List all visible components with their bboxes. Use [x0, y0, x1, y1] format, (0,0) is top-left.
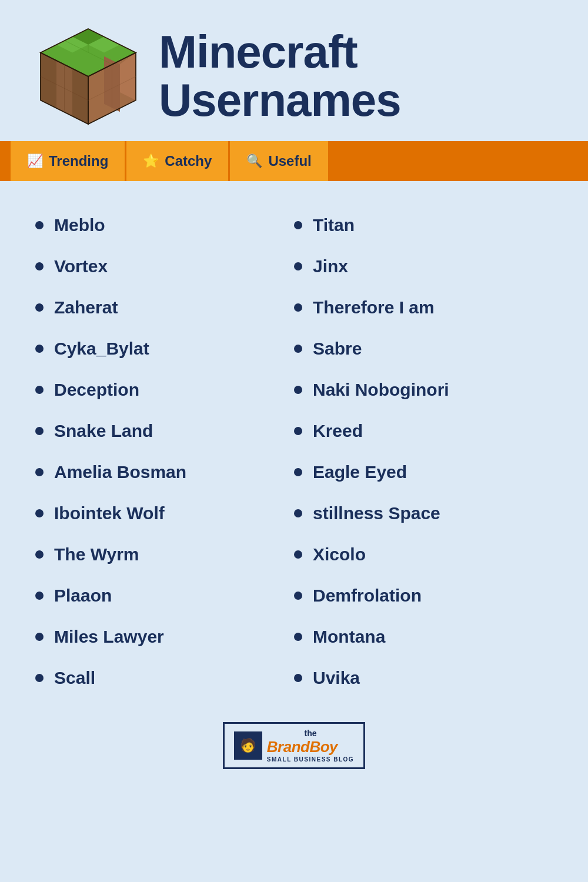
- brand-name: BrandBoy: [267, 738, 354, 756]
- username-text: Titan: [313, 215, 355, 235]
- list-item: Therefore I am: [294, 287, 553, 328]
- bullet-icon: [35, 550, 44, 559]
- username-text: Jinx: [313, 256, 348, 276]
- list-item: Amelia Bosman: [35, 452, 294, 493]
- username-text: The Wyrm: [54, 544, 139, 564]
- list-item: Jinx: [294, 246, 553, 287]
- bullet-icon: [294, 221, 302, 229]
- list-item: Eagle Eyed: [294, 452, 553, 493]
- title-section: Minecraft Usernames: [159, 28, 401, 125]
- username-text: Ibointek Wolf: [54, 503, 165, 523]
- bullet-icon: [294, 592, 302, 600]
- bullet-icon: [294, 509, 302, 517]
- bullet-icon: [294, 550, 302, 559]
- username-text: stillness Space: [313, 503, 440, 523]
- username-text: Kreed: [313, 421, 363, 441]
- list-item: Meblo: [35, 205, 294, 246]
- username-text: Cyka_Bylat: [54, 339, 149, 359]
- catchy-icon: ⭐: [143, 153, 159, 169]
- username-text: Miles Lawyer: [54, 627, 164, 647]
- username-text: Scall: [54, 668, 95, 688]
- bullet-icon: [294, 633, 302, 641]
- tab-trending-label: Trending: [49, 153, 108, 169]
- list-item: The Wyrm: [35, 534, 294, 575]
- page-title: Minecraft Usernames: [159, 28, 401, 125]
- username-text: Therefore I am: [313, 298, 435, 318]
- useful-icon: 🔍: [246, 153, 262, 169]
- brand-the-text: the: [267, 729, 354, 738]
- bullet-icon: [35, 345, 44, 353]
- username-text: Eagle Eyed: [313, 462, 407, 482]
- brand-logo: 🧑 the BrandBoy SMALL BUSINESS BLOG: [223, 722, 365, 769]
- username-text: Xicolo: [313, 544, 366, 564]
- list-item: Kreed: [294, 410, 553, 452]
- bullet-icon: [294, 262, 302, 270]
- list-item: Miles Lawyer: [35, 616, 294, 657]
- username-text: Demfrolation: [313, 586, 422, 606]
- list-item: Deception: [35, 369, 294, 410]
- list-item: Titan: [294, 205, 553, 246]
- bullet-icon: [35, 509, 44, 517]
- tab-catchy-label: Catchy: [165, 153, 212, 169]
- brand-mascot-icon: 🧑: [240, 738, 256, 753]
- bullet-icon: [294, 345, 302, 353]
- brand-tagline: SMALL BUSINESS BLOG: [267, 756, 354, 763]
- right-column: TitanJinxTherefore I amSabreNaki Nobogin…: [294, 205, 553, 699]
- list-item: Montana: [294, 616, 553, 657]
- bullet-icon: [35, 427, 44, 435]
- tab-bar: 📈 Trending ⭐ Catchy 🔍 Useful: [0, 141, 588, 181]
- minecraft-block-icon: [35, 24, 141, 129]
- bullet-icon: [35, 221, 44, 229]
- username-text: Zaherat: [54, 298, 118, 318]
- username-text: Snake Land: [54, 421, 153, 441]
- username-grid: MebloVortexZaheratCyka_BylatDeceptionSna…: [0, 187, 588, 710]
- bullet-icon: [294, 386, 302, 394]
- brand-text: the BrandBoy SMALL BUSINESS BLOG: [267, 729, 354, 763]
- bullet-icon: [35, 303, 44, 312]
- bullet-icon: [35, 633, 44, 641]
- footer: 🧑 the BrandBoy SMALL BUSINESS BLOG: [223, 722, 365, 769]
- username-text: Sabre: [313, 339, 362, 359]
- left-column: MebloVortexZaheratCyka_BylatDeceptionSna…: [35, 205, 294, 699]
- bullet-icon: [35, 468, 44, 476]
- username-text: Naki Noboginori: [313, 380, 449, 400]
- list-item: Xicolo: [294, 534, 553, 575]
- tab-trending[interactable]: 📈 Trending: [11, 141, 126, 181]
- username-text: Amelia Bosman: [54, 462, 186, 482]
- list-item: Uvika: [294, 657, 553, 699]
- brand-name-italic: Boy: [309, 738, 338, 756]
- bullet-icon: [294, 427, 302, 435]
- trending-icon: 📈: [27, 153, 43, 169]
- bullet-icon: [294, 674, 302, 682]
- list-item: Demfrolation: [294, 575, 553, 616]
- list-item: Ibointek Wolf: [35, 493, 294, 534]
- tab-useful[interactable]: 🔍 Useful: [230, 141, 329, 181]
- header-section: Minecraft Usernames: [0, 0, 588, 141]
- bullet-icon: [35, 592, 44, 600]
- brand-logo-icon: 🧑: [234, 731, 262, 760]
- username-text: Montana: [313, 627, 385, 647]
- bullet-icon: [35, 262, 44, 270]
- username-text: Uvika: [313, 668, 360, 688]
- username-text: Vortex: [54, 256, 108, 276]
- list-item: Zaherat: [35, 287, 294, 328]
- list-item: Snake Land: [35, 410, 294, 452]
- tab-catchy[interactable]: ⭐ Catchy: [126, 141, 230, 181]
- list-item: Sabre: [294, 328, 553, 369]
- username-text: Deception: [54, 380, 139, 400]
- list-item: Cyka_Bylat: [35, 328, 294, 369]
- list-item: Naki Noboginori: [294, 369, 553, 410]
- username-text: Meblo: [54, 215, 105, 235]
- tab-accent-left: [0, 141, 11, 181]
- list-item: Scall: [35, 657, 294, 699]
- tab-useful-label: Useful: [268, 153, 311, 169]
- username-text: Plaaon: [54, 586, 112, 606]
- bullet-icon: [35, 386, 44, 394]
- bullet-icon: [294, 303, 302, 312]
- list-item: stillness Space: [294, 493, 553, 534]
- list-item: Plaaon: [35, 575, 294, 616]
- bullet-icon: [35, 674, 44, 682]
- list-item: Vortex: [35, 246, 294, 287]
- tab-accent-right: [330, 141, 588, 181]
- bullet-icon: [294, 468, 302, 476]
